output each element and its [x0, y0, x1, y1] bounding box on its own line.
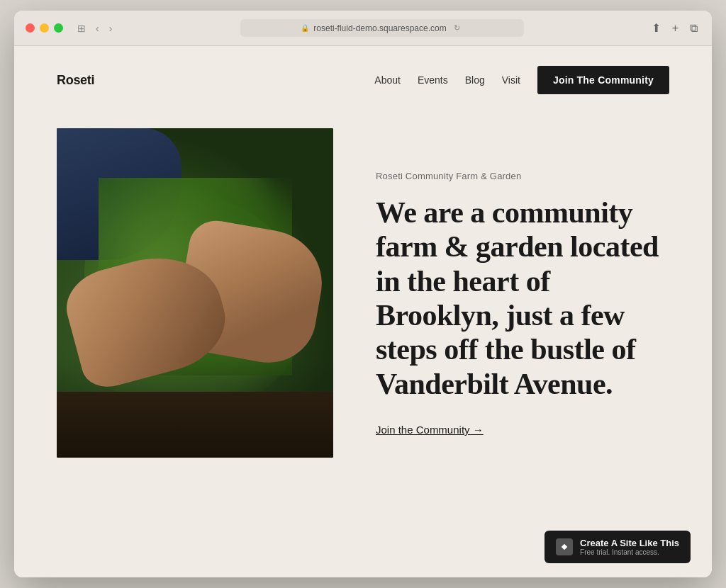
- nav-events[interactable]: Events: [418, 74, 448, 86]
- browser-window: ⊞ ‹ › 🔒 roseti-fluid-demo.squarespace.co…: [14, 11, 712, 577]
- hero-text-content: Roseti Community Farm & Garden We are a …: [376, 149, 669, 436]
- browser-controls: ⊞ ‹ ›: [74, 22, 115, 35]
- url-text: roseti-fluid-demo.squarespace.com: [313, 23, 446, 33]
- page-content: Roseti About Events Blog Visit Join The …: [14, 46, 712, 577]
- join-community-link[interactable]: Join the Community →: [376, 424, 484, 436]
- sidebar-toggle-button[interactable]: ⊞: [74, 22, 89, 35]
- nav-about[interactable]: About: [374, 74, 401, 86]
- share-button[interactable]: ⬆: [649, 20, 664, 36]
- close-button[interactable]: [26, 23, 35, 33]
- lock-icon: 🔒: [301, 24, 309, 32]
- nav-visit[interactable]: Visit: [502, 74, 520, 86]
- nav-blog[interactable]: Blog: [465, 74, 485, 86]
- back-button[interactable]: ‹: [93, 22, 102, 35]
- address-bar[interactable]: 🔒 roseti-fluid-demo.squarespace.com ↻: [240, 19, 524, 37]
- join-community-button[interactable]: Join The Community: [537, 66, 669, 94]
- maximize-button[interactable]: [54, 23, 63, 33]
- browser-actions: ⬆ + ⧉: [649, 20, 700, 36]
- squarespace-logo-icon: [556, 538, 573, 555]
- tabs-button[interactable]: ⧉: [687, 21, 700, 36]
- address-bar-container: 🔒 roseti-fluid-demo.squarespace.com ↻: [123, 19, 640, 37]
- hero-subtitle: Roseti Community Farm & Garden: [376, 171, 669, 181]
- forward-button[interactable]: ›: [106, 22, 116, 35]
- hero-image-background: [57, 128, 333, 458]
- hero-image: [57, 128, 333, 458]
- browser-chrome: ⊞ ‹ › 🔒 roseti-fluid-demo.squarespace.co…: [14, 11, 712, 46]
- navigation: Roseti About Events Blog Visit Join The …: [14, 46, 712, 114]
- soil-decoration: [57, 392, 333, 458]
- hero-section: Roseti Community Farm & Garden We are a …: [14, 114, 712, 500]
- reload-button[interactable]: ↻: [451, 23, 463, 33]
- banner-main-text: Create A Site Like This: [580, 538, 679, 548]
- banner-text-container: Create A Site Like This Free trial. Inst…: [580, 538, 679, 556]
- site-logo[interactable]: Roseti: [57, 73, 94, 88]
- new-tab-button[interactable]: +: [669, 21, 681, 36]
- minimize-button[interactable]: [40, 23, 49, 33]
- nav-links: About Events Blog Visit Join The Communi…: [374, 66, 669, 94]
- hero-heading: We are a community farm & garden located…: [376, 196, 669, 401]
- squarespace-banner[interactable]: Create A Site Like This Free trial. Inst…: [544, 531, 691, 563]
- banner-sub-text: Free trial. Instant access.: [580, 548, 679, 556]
- traffic-lights: [26, 23, 63, 33]
- hand-right-decoration: [171, 216, 330, 370]
